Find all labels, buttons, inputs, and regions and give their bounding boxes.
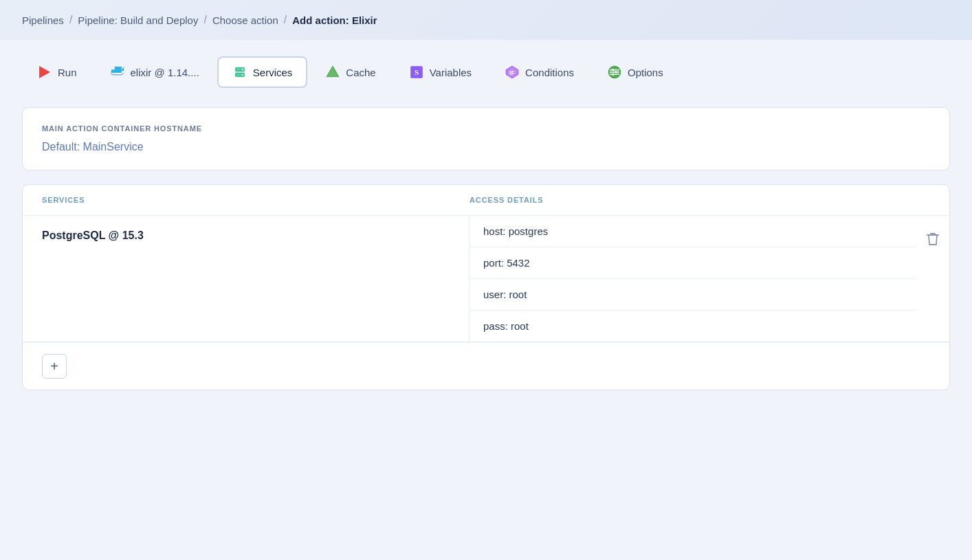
svg-text:IF: IF	[509, 69, 515, 76]
svg-point-5	[122, 69, 124, 71]
svg-point-8	[242, 69, 243, 70]
tabs-bar: Run elixir @ 1.14....	[22, 56, 950, 88]
tab-services[interactable]: Services	[217, 56, 308, 88]
add-service-button[interactable]: +	[42, 354, 67, 379]
svg-marker-10	[327, 66, 340, 76]
access-detail-user: user: root	[470, 279, 916, 311]
service-name-text: PostgreSQL @ 15.3	[42, 229, 144, 242]
add-button-icon: +	[50, 359, 58, 374]
tab-options-label: Options	[628, 67, 663, 78]
breadcrumb-pipelines[interactable]: Pipelines	[22, 14, 64, 26]
add-service-row: +	[23, 342, 949, 390]
conditions-icon: IF	[505, 65, 520, 80]
tab-conditions[interactable]: IF Conditions	[489, 56, 589, 88]
services-card: SERVICES ACCESS DETAILS PostgreSQL @ 15.…	[22, 184, 950, 390]
docker-icon	[110, 65, 125, 80]
svg-rect-0	[111, 70, 114, 73]
svg-rect-3	[115, 67, 118, 69]
svg-rect-2	[118, 70, 121, 73]
tab-options[interactable]: Options	[592, 56, 678, 88]
tab-cache[interactable]: Cache	[310, 56, 390, 88]
hostname-label: MAIN ACTION CONTAINER HOSTNAME	[42, 124, 930, 133]
svg-point-20	[615, 71, 617, 73]
services-col-header-services: SERVICES	[42, 196, 470, 204]
service-row-postgresql: PostgreSQL @ 15.3 host: postgres port: 5…	[23, 216, 949, 342]
delete-service-button[interactable]	[924, 229, 942, 252]
svg-rect-1	[115, 70, 118, 73]
access-details-postgresql: host: postgres port: 5432 user: root pas…	[470, 216, 916, 341]
breadcrumb-sep-3: /	[284, 14, 287, 26]
tab-run[interactable]: Run	[22, 56, 92, 88]
access-detail-host: host: postgres	[470, 216, 916, 247]
breadcrumb-sep-1: /	[69, 14, 72, 26]
hostname-value: Default: MainService	[42, 141, 930, 153]
svg-rect-4	[118, 67, 121, 69]
run-icon	[37, 65, 52, 80]
breadcrumb-sep-2: /	[203, 14, 206, 26]
services-icon	[232, 65, 247, 80]
tab-conditions-label: Conditions	[525, 67, 574, 78]
service-name-postgresql: PostgreSQL @ 15.3	[23, 216, 470, 341]
breadcrumb-bar: Pipelines / Pipeline: Build and Deploy /…	[0, 0, 972, 40]
tab-elixir-label: elixir @ 1.14....	[131, 67, 199, 78]
cache-icon	[325, 65, 340, 80]
delete-cell-postgresql	[916, 216, 949, 341]
svg-point-9	[242, 74, 243, 76]
main-content: Run elixir @ 1.14....	[0, 40, 972, 421]
hostname-card: MAIN ACTION CONTAINER HOSTNAME Default: …	[22, 107, 950, 170]
options-icon	[607, 65, 622, 80]
services-col-header-access: ACCESS DETAILS	[470, 196, 897, 204]
svg-point-21	[612, 74, 614, 76]
svg-point-19	[612, 69, 614, 71]
breadcrumb-choose-action[interactable]: Choose action	[212, 14, 278, 26]
tab-variables-label: Variables	[430, 67, 472, 78]
tab-services-label: Services	[253, 67, 293, 78]
breadcrumb-pipeline-build-deploy[interactable]: Pipeline: Build and Deploy	[78, 14, 198, 26]
variables-icon: S	[409, 65, 424, 80]
access-detail-port: port: 5432	[470, 247, 916, 279]
tab-run-label: Run	[58, 67, 77, 78]
tab-variables[interactable]: S Variables	[394, 56, 487, 88]
tab-cache-label: Cache	[346, 67, 375, 78]
access-detail-pass: pass: root	[470, 311, 916, 341]
services-table-header: SERVICES ACCESS DETAILS	[23, 185, 949, 216]
breadcrumb-current: Add action: Elixir	[292, 14, 377, 26]
tab-elixir[interactable]: elixir @ 1.14....	[95, 56, 214, 88]
svg-text:S: S	[415, 68, 419, 76]
